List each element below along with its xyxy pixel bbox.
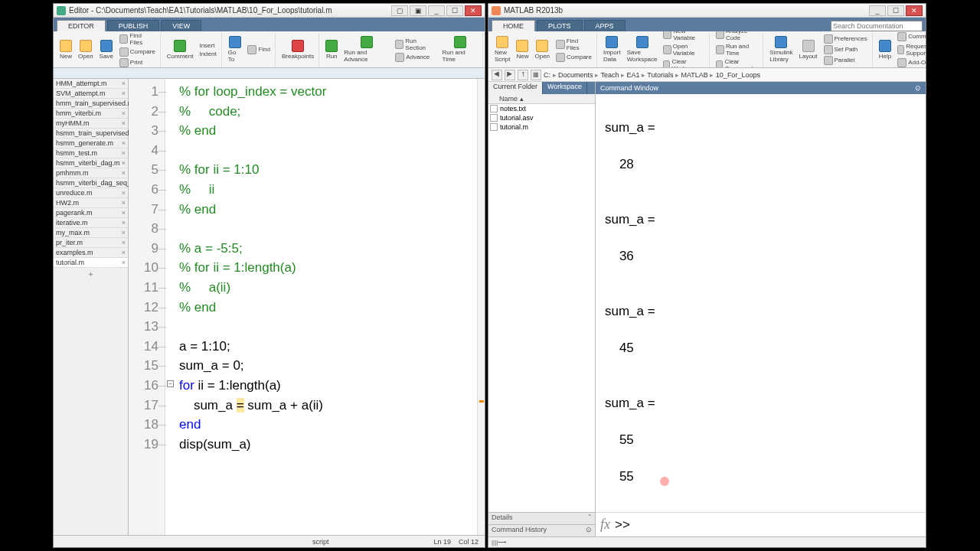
print-button[interactable]: Print: [118, 57, 157, 68]
nav-back-icon[interactable]: ⯇: [492, 70, 502, 80]
save-button[interactable]: Save: [98, 39, 115, 60]
tab-publish[interactable]: PUBLISH: [107, 20, 160, 31]
open-button[interactable]: Open: [77, 39, 95, 60]
prefs-button[interactable]: Preferences: [822, 34, 869, 44]
importdata-button[interactable]: Import Data: [602, 35, 622, 64]
support-button[interactable]: Request Support: [896, 42, 926, 57]
close-icon[interactable]: ×: [122, 90, 126, 97]
panel-menu-icon[interactable]: ⊙: [915, 84, 921, 92]
dock2-button[interactable]: ▣: [410, 5, 426, 16]
close-icon[interactable]: ×: [122, 219, 126, 227]
open-file-tab[interactable]: hsmm_train_supervised_...×: [54, 129, 128, 139]
findfiles-button[interactable]: Find Files: [554, 37, 593, 52]
close-button[interactable]: ✕: [906, 5, 923, 16]
comment-button[interactable]: Comment: [165, 39, 195, 60]
parallel-button[interactable]: Parallel: [822, 55, 869, 66]
close-icon[interactable]: ×: [122, 159, 126, 167]
details-panel-header[interactable]: Details˄: [488, 512, 595, 524]
open-file-tab[interactable]: hsmm_viterbi_dag.m×: [54, 158, 128, 168]
open-file-tab[interactable]: iterative.m×: [54, 218, 128, 228]
nav-fwd-icon[interactable]: ⯈: [505, 70, 515, 80]
new-tab-button[interactable]: +: [54, 268, 128, 280]
run-button[interactable]: Run: [324, 39, 339, 60]
filelist-header[interactable]: Name ▴: [488, 94, 595, 104]
chevron-up-icon[interactable]: ˄: [588, 514, 592, 523]
open-file-tab[interactable]: SVM_attempt.m×: [54, 89, 128, 99]
runtime-button[interactable]: Run and Time: [714, 42, 760, 57]
file-item[interactable]: tutorial.m: [488, 122, 595, 132]
close-icon[interactable]: ×: [122, 149, 126, 157]
close-icon[interactable]: ×: [122, 209, 126, 217]
runadvance-button[interactable]: Run and Advance: [342, 35, 390, 64]
newvar-button[interactable]: New Variable: [662, 31, 706, 42]
command-history-header[interactable]: Command History⊙: [488, 524, 595, 536]
open-file-tab[interactable]: tutorial.m×: [54, 258, 128, 268]
breadcrumb-segment[interactable]: EA1: [626, 71, 639, 79]
open-file-tab[interactable]: hsmm_generate.m×: [54, 139, 128, 148]
code-text[interactable]: % for loop_index = vector% code;% end % …: [165, 79, 485, 535]
tab-plots[interactable]: PLOTS: [537, 20, 583, 31]
tab-editor[interactable]: EDITOR: [57, 20, 106, 31]
fold-marker[interactable]: −: [167, 380, 174, 387]
clearws-button[interactable]: Clear Workspace: [662, 57, 706, 69]
open-file-tab[interactable]: hmm_train_supervised.m×: [54, 99, 128, 109]
layout-button[interactable]: Layout: [798, 39, 819, 60]
panel-tab-currentfolder[interactable]: Current Folder: [488, 82, 543, 94]
tab-home[interactable]: HOME: [492, 20, 535, 31]
minimize-button[interactable]: _: [428, 5, 445, 16]
runsection-button[interactable]: Run Section: [394, 37, 437, 52]
close-icon[interactable]: ×: [122, 139, 126, 147]
open-file-tab[interactable]: hsmm_viterbi_dag_seq_...×: [54, 178, 128, 188]
file-item[interactable]: notes.txt: [488, 104, 595, 113]
open-file-tab[interactable]: unreduce.m×: [54, 188, 128, 198]
code-editor[interactable]: 12345678910111213141516171819 − % for lo…: [129, 79, 485, 535]
open-file-tab[interactable]: examples.m×: [54, 248, 128, 258]
insert-button[interactable]: Insert: [198, 41, 217, 50]
close-icon[interactable]: ×: [122, 249, 126, 256]
panel-tab-workspace[interactable]: Workspace: [543, 82, 587, 94]
close-icon[interactable]: ×: [122, 199, 126, 207]
dock-button[interactable]: ▢: [391, 5, 408, 16]
lint-marker[interactable]: [479, 400, 484, 403]
command-output[interactable]: sum_a = 28 sum_a = 36 sum_a = 45 sum_a =…: [596, 94, 926, 512]
breadcrumb-segment[interactable]: C:: [544, 71, 550, 79]
tab-view[interactable]: VIEW: [161, 20, 201, 31]
open-file-tab[interactable]: myHMM.m×: [54, 119, 128, 129]
openvar-button[interactable]: Open Variable: [662, 42, 706, 57]
simulink-button[interactable]: Simulink Library: [768, 35, 794, 64]
close-icon[interactable]: ×: [122, 169, 126, 177]
open-file-tab[interactable]: hsmm_test.m×: [54, 148, 128, 158]
breadcrumb-segment[interactable]: Tutorials: [647, 71, 673, 79]
breadcrumb-segment[interactable]: MATLAB: [681, 71, 708, 79]
file-item[interactable]: tutorial.asv: [488, 113, 595, 122]
open-file-tab[interactable]: HMM_attempt.m×: [54, 79, 128, 89]
close-icon[interactable]: ×: [122, 119, 126, 127]
goto-button[interactable]: Go To: [227, 35, 243, 64]
open-file-tab[interactable]: pmhmm.m×: [54, 168, 128, 178]
compare-button[interactable]: Compare: [554, 52, 593, 63]
breadcrumb-segment[interactable]: Documents: [558, 71, 593, 79]
expand-icon[interactable]: ⊙: [586, 526, 592, 536]
close-icon[interactable]: ×: [122, 80, 126, 87]
nav-up-icon[interactable]: ⤒: [518, 70, 528, 80]
runtime-button[interactable]: Run and Time: [441, 35, 479, 64]
doc-search-input[interactable]: [831, 21, 923, 31]
fx-icon[interactable]: fx: [600, 517, 610, 533]
close-icon[interactable]: ×: [122, 189, 126, 197]
nav-folder-icon[interactable]: ▦: [531, 70, 541, 80]
compare-button[interactable]: Compare: [118, 47, 157, 57]
open-button[interactable]: Open: [533, 39, 551, 60]
open-file-tab[interactable]: pagerank.m×: [54, 208, 128, 218]
breadcrumb-segment[interactable]: Teach: [600, 71, 619, 79]
maximize-button[interactable]: ☐: [446, 5, 463, 16]
advance-button[interactable]: Advance: [394, 52, 437, 63]
find-button[interactable]: Find: [246, 44, 272, 55]
command-input[interactable]: [630, 517, 921, 533]
new-button[interactable]: New: [514, 39, 530, 60]
open-file-tab[interactable]: hmm_viterbi.m×: [54, 109, 128, 119]
clearcmd-button[interactable]: Clear Commands: [714, 57, 760, 69]
setpath-button[interactable]: Set Path: [822, 44, 869, 55]
breakpoints-button[interactable]: Breakpoints: [280, 39, 315, 60]
close-icon[interactable]: ×: [122, 109, 126, 117]
addons-button[interactable]: Add-Ons: [896, 57, 926, 68]
